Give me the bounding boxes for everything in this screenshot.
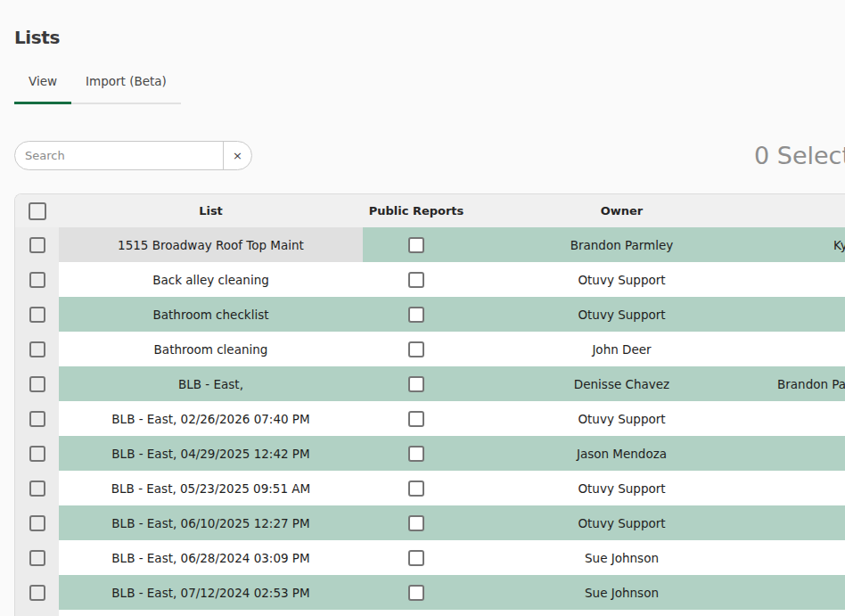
owner-cell: Denisse Chavez (470, 366, 774, 401)
public-reports-checkbox[interactable] (408, 550, 424, 566)
public-reports-checkbox[interactable] (408, 376, 424, 392)
row-select-cell (15, 227, 59, 262)
public-reports-cell (363, 332, 470, 366)
table-row[interactable]: BLB - East, 02/26/2026 07:40 PM Otuvy Su… (15, 401, 845, 436)
list-name-cell[interactable]: BLB - East, 06/28/2024 03:09 PM (59, 540, 363, 575)
column-header-list[interactable]: List (59, 194, 363, 227)
column-header-public-reports[interactable]: Public Reports (363, 194, 470, 227)
owner-cell: Sue Johnson (470, 540, 774, 575)
select-all-header-cell (15, 194, 59, 227)
table-filler-cell (15, 610, 59, 616)
table-row[interactable]: BLB - East, 07/12/2024 02:53 PM Sue John… (15, 575, 845, 610)
public-reports-cell (363, 227, 470, 262)
public-reports-cell (363, 471, 470, 505)
list-name-cell[interactable]: BLB - East, 02/26/2026 07:40 PM (59, 401, 363, 436)
search-clear-button[interactable]: × (224, 142, 251, 169)
extra-cell (774, 332, 845, 366)
row-checkbox[interactable] (29, 446, 45, 462)
column-header-owner[interactable]: Owner (470, 194, 774, 227)
row-checkbox[interactable] (29, 307, 45, 323)
public-reports-checkbox[interactable] (408, 272, 424, 288)
row-select-cell (15, 505, 59, 540)
tab-view[interactable]: View (14, 70, 71, 103)
table-row[interactable]: BLB - East, 04/29/2025 12:42 PM Jason Me… (15, 436, 845, 471)
public-reports-checkbox[interactable] (408, 515, 424, 531)
table-filler-cell (363, 610, 470, 616)
search-input[interactable] (15, 142, 223, 169)
table-row[interactable]: Back alley cleaning Otuvy Support (15, 262, 845, 297)
extra-cell (774, 297, 845, 332)
public-reports-checkbox[interactable] (408, 237, 424, 253)
public-reports-checkbox[interactable] (408, 585, 424, 601)
select-all-checkbox[interactable] (29, 202, 46, 220)
table-row[interactable]: Bathroom cleaning John Deer (15, 332, 845, 366)
table-filler-row (15, 610, 845, 616)
owner-cell: Otuvy Support (470, 401, 774, 436)
extra-cell (774, 575, 845, 610)
row-select-cell (15, 262, 59, 297)
row-checkbox[interactable] (29, 411, 45, 427)
public-reports-cell (363, 366, 470, 401)
lists-table: List Public Reports Owner 1515 Broadway … (14, 193, 845, 616)
owner-cell: John Deer (470, 332, 774, 366)
list-name-cell[interactable]: BLB - East, 04/29/2025 12:42 PM (59, 436, 363, 471)
list-name-cell[interactable]: Back alley cleaning (59, 262, 363, 297)
public-reports-checkbox[interactable] (408, 307, 424, 323)
tab-bar: View Import (Beta) (14, 70, 181, 104)
list-name-cell[interactable]: BLB - East, 05/23/2025 09:51 AM (59, 471, 363, 505)
extra-cell (774, 505, 845, 540)
tab-import-beta[interactable]: Import (Beta) (71, 70, 181, 103)
table-row[interactable]: Bathroom checklist Otuvy Support (15, 297, 845, 332)
extra-cell: Brandon Pa (774, 366, 845, 401)
table-row[interactable]: BLB - East, 06/10/2025 12:27 PM Otuvy Su… (15, 505, 845, 540)
table-row[interactable]: BLB - East, Denisse Chavez Brandon Pa (15, 366, 845, 401)
list-name-cell[interactable]: 1515 Broadway Roof Top Maint (59, 227, 363, 262)
extra-cell (774, 540, 845, 575)
extra-cell (774, 401, 845, 436)
public-reports-cell (363, 401, 470, 436)
row-select-cell (15, 471, 59, 505)
owner-cell: Otuvy Support (470, 297, 774, 332)
row-select-cell (15, 575, 59, 610)
list-name-cell[interactable]: Bathroom cleaning (59, 332, 363, 366)
page-title: Lists (14, 27, 60, 48)
list-name-cell[interactable]: Bathroom checklist (59, 297, 363, 332)
public-reports-checkbox[interactable] (408, 411, 424, 427)
table-row[interactable]: BLB - East, 06/28/2024 03:09 PM Sue John… (15, 540, 845, 575)
table-header-row: List Public Reports Owner (15, 194, 845, 227)
column-header-extra (774, 194, 845, 227)
owner-cell: Jason Mendoza (470, 436, 774, 471)
row-checkbox[interactable] (29, 237, 45, 253)
public-reports-cell (363, 297, 470, 332)
extra-cell (774, 471, 845, 505)
extra-cell (774, 262, 845, 297)
table-filler-cell (470, 610, 774, 616)
extra-cell (774, 436, 845, 471)
row-select-cell (15, 332, 59, 366)
table-row[interactable]: 1515 Broadway Roof Top Maint Brandon Par… (15, 227, 845, 262)
list-name-cell[interactable]: BLB - East, 06/10/2025 12:27 PM (59, 505, 363, 540)
extra-cell: Ky (774, 227, 845, 262)
public-reports-checkbox[interactable] (408, 446, 424, 462)
row-checkbox[interactable] (29, 341, 45, 357)
public-reports-checkbox[interactable] (408, 480, 424, 497)
owner-cell: Brandon Parmley (470, 227, 774, 262)
row-checkbox[interactable] (29, 376, 45, 392)
row-select-cell (15, 297, 59, 332)
public-reports-cell (363, 436, 470, 471)
row-checkbox[interactable] (29, 480, 45, 497)
row-checkbox[interactable] (29, 515, 45, 531)
row-checkbox[interactable] (29, 585, 45, 601)
row-checkbox[interactable] (29, 550, 45, 566)
row-select-cell (15, 436, 59, 471)
public-reports-cell (363, 540, 470, 575)
table-row[interactable]: BLB - East, 05/23/2025 09:51 AM Otuvy Su… (15, 471, 845, 505)
table-filler-cell (774, 610, 845, 616)
public-reports-checkbox[interactable] (408, 341, 424, 357)
row-select-cell (15, 540, 59, 575)
list-name-cell[interactable]: BLB - East, (59, 366, 363, 401)
owner-cell: Otuvy Support (470, 471, 774, 505)
list-name-cell[interactable]: BLB - East, 07/12/2024 02:53 PM (59, 575, 363, 610)
row-select-cell (15, 366, 59, 401)
row-checkbox[interactable] (29, 272, 45, 288)
